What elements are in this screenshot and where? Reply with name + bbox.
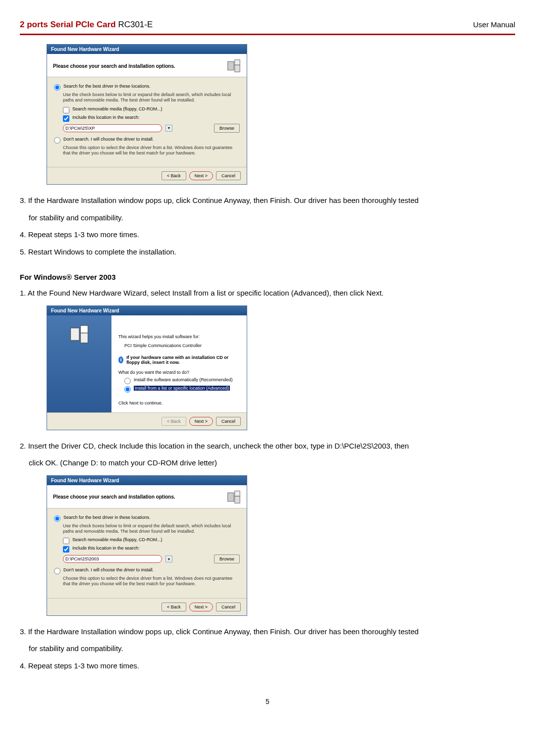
subhead-text: Please choose your search and installati… [53, 494, 175, 500]
wizard-titlebar: Found New Hardware Wizard [47, 476, 247, 485]
cd-note-row: i If your hardware came with an installa… [118, 355, 240, 365]
cancel-button[interactable]: Cancel [216, 171, 241, 180]
manual-label: User Manual [473, 20, 515, 29]
wizard-screenshot-2: Found New Hardware Wizard This wizard he… [47, 305, 515, 430]
search-description: Use the check boxes below to limit or ex… [63, 92, 240, 103]
path-input[interactable]: D:\PCIe\2S\2003 [63, 555, 162, 563]
svg-rect-4 [228, 493, 234, 502]
step-text: 3. If the Hardware Installation window p… [20, 194, 515, 208]
svg-rect-3 [81, 325, 88, 333]
hardware-icon [227, 490, 241, 504]
wizard-button-row: < Back Next > Cancel [47, 598, 247, 615]
header-divider [20, 34, 515, 35]
search-description: Use the check boxes below to limit or ex… [63, 523, 240, 535]
radio-list[interactable] [124, 386, 131, 393]
radio-search[interactable] [54, 84, 60, 91]
step-text: 3. If the Hardware Installation window p… [20, 625, 515, 639]
page-header: 2 ports Serial PCIe Card RC301-E User Ma… [20, 20, 515, 30]
page-number: 5 [20, 698, 515, 706]
wizard-button-row: < Back Next > Cancel [47, 167, 247, 184]
cancel-button[interactable]: Cancel [216, 417, 241, 426]
browse-button[interactable]: Browse [214, 554, 240, 563]
checkbox-removable[interactable] [63, 538, 69, 544]
step-text: click OK. (Change D: to match your CD-RO… [29, 456, 515, 470]
wizard-body: This wizard helps you install software f… [111, 315, 247, 412]
radio-dont-search[interactable] [54, 137, 60, 144]
radio-search-option[interactable]: Search for the best driver in these loca… [54, 84, 240, 91]
svg-rect-2 [71, 328, 80, 340]
checkbox-include[interactable] [63, 546, 69, 553]
cd-note: If your hardware came with an installati… [126, 355, 240, 365]
path-input-row: D:\PCIe\2S\2003 ▾ Browse [63, 554, 240, 563]
svg-rect-0 [228, 61, 234, 70]
browse-button[interactable]: Browse [214, 124, 240, 133]
step-text: 4. Repeat steps 1-3 two more times. [20, 228, 515, 242]
back-button[interactable]: < Back [161, 171, 186, 180]
radio-list-install[interactable]: Install from a list or specific location… [124, 386, 240, 393]
checkbox-removable[interactable] [63, 107, 69, 113]
back-button[interactable]: < Back [161, 603, 186, 611]
radio-dont-search-option[interactable]: Don't search. I will choose the driver t… [54, 567, 240, 574]
intro-text: This wizard helps you install software f… [118, 334, 240, 339]
path-input[interactable]: D:\PCIe\2S\XP [63, 124, 162, 132]
step-text: 1. At the Found New Hardware Wizard, sel… [20, 286, 515, 301]
dropdown-arrow-icon[interactable]: ▾ [165, 555, 172, 562]
hardware-icon [227, 59, 241, 73]
wizard-button-row: < Back Next > Cancel [47, 412, 247, 430]
radio-auto-install[interactable]: Install the software automatically (Reco… [124, 377, 240, 384]
svg-rect-1 [235, 60, 240, 65]
subhead-text: Please choose your search and installati… [53, 63, 175, 69]
wizard-body: Search for the best driver in these loca… [47, 508, 247, 598]
check-include-location[interactable]: Include this location in the search: [63, 115, 240, 122]
click-next-text: Click Next to continue. [118, 401, 240, 405]
radio-auto[interactable] [124, 378, 131, 384]
wizard-screenshot-1: Found New Hardware Wizard Please choose … [47, 44, 515, 185]
checkbox-include[interactable] [63, 115, 69, 122]
device-name: PCI Simple Communications Controller [124, 343, 240, 348]
wizard-body: Search for the best driver in these loca… [47, 77, 247, 167]
next-button[interactable]: Next > [189, 171, 213, 180]
wizard-subheader: Please choose your search and installati… [47, 54, 247, 77]
product-title: 2 ports Serial PCIe Card RC301-E [20, 20, 153, 30]
dont-search-description: Choose this option to select the device … [63, 576, 240, 587]
title-model: RC301-E [116, 20, 153, 29]
check-removable-media[interactable]: Search removable media (floppy, CD-ROM..… [63, 106, 240, 113]
wizard-subheader: Please choose your search and installati… [47, 485, 247, 508]
radio-search[interactable] [54, 515, 60, 522]
question-text: What do you want the wizard to do? [118, 370, 240, 375]
step-text: 4. Repeat steps 1-3 two more times. [20, 659, 515, 673]
title-red: 2 ports Serial PCIe Card [20, 20, 116, 29]
radio-dont-search-option[interactable]: Don't search. I will choose the driver t… [54, 137, 240, 144]
dropdown-arrow-icon[interactable]: ▾ [165, 125, 172, 132]
step-text: for stability and compatibility. [29, 211, 515, 225]
wizard-titlebar: Found New Hardware Wizard [47, 45, 247, 54]
check-removable-media[interactable]: Search removable media (floppy, CD-ROM..… [63, 537, 240, 544]
path-input-row: D:\PCIe\2S\XP ▾ Browse [63, 124, 240, 133]
next-button[interactable]: Next > [189, 603, 213, 611]
radio-dont-search[interactable] [54, 568, 60, 574]
dont-search-description: Choose this option to select the device … [63, 145, 240, 156]
hardware-icon [69, 324, 89, 344]
back-button: < Back [161, 417, 186, 426]
step-text: 2. Insert the Driver CD, check Include t… [20, 439, 515, 454]
check-include-location[interactable]: Include this location in the search: [63, 546, 240, 553]
cancel-button[interactable]: Cancel [216, 603, 241, 611]
svg-rect-5 [235, 491, 240, 496]
wizard-titlebar: Found New Hardware Wizard [47, 306, 247, 315]
section-heading: For Windows® Server 2003 [20, 273, 515, 281]
radio-search-option[interactable]: Search for the best driver in these loca… [54, 515, 240, 522]
info-icon: i [118, 356, 123, 363]
step-text: for stability and compatibility. [29, 642, 515, 656]
wizard-sidebar [47, 315, 111, 412]
next-button[interactable]: Next > [189, 417, 213, 426]
step-text: 5. Restart Windows to complete the insta… [20, 245, 515, 259]
wizard-screenshot-3: Found New Hardware Wizard Please choose … [47, 475, 515, 616]
